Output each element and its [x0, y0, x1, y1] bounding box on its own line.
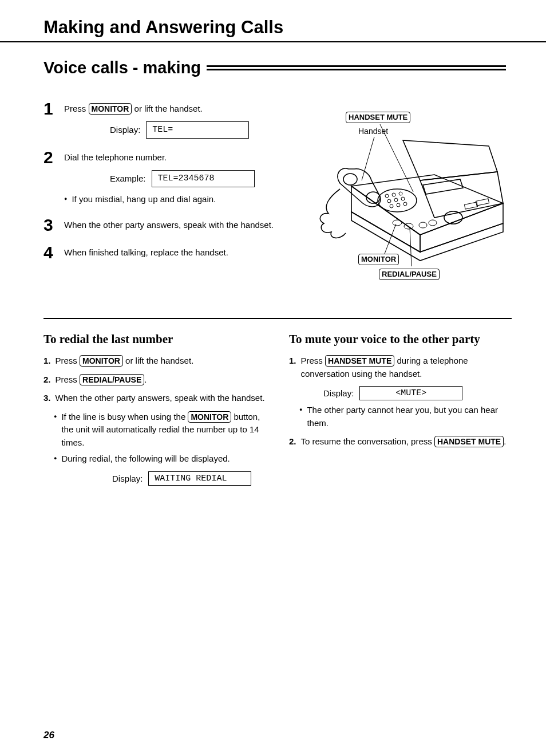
svg-point-13 [403, 202, 407, 206]
svg-point-14 [393, 220, 402, 226]
example-row: Example: TEL=2345678 [110, 170, 300, 188]
svg-point-2 [343, 174, 357, 185]
step-1: 1 Press MONITOR or lift the handset. Dis… [43, 100, 300, 139]
item-text: Press HANDSET MUTE during a telephone co… [301, 355, 512, 380]
text: Dial the telephone number. [64, 152, 167, 162]
svg-point-16 [419, 222, 427, 228]
display-row: Display: WAITING REDIAL [112, 471, 266, 486]
example-value: TEL=2345678 [152, 170, 255, 188]
redial-pause-button-label: REDIAL/PAUSE [80, 374, 144, 385]
display-value: <MUTE> [359, 386, 462, 400]
bullet-text: If the line is busy when using the MONIT… [61, 411, 266, 450]
list-item: 2. Press REDIAL/PAUSE. [43, 373, 266, 387]
handset-mute-label: HANDSET MUTE [346, 112, 410, 123]
page-title: Making and Answering Calls [43, 17, 512, 38]
fax-illustration: HANDSET MUTE Handset [317, 112, 506, 284]
svg-point-5 [385, 194, 389, 198]
section-rule [207, 65, 506, 70]
monitor-label: MONITOR [358, 254, 399, 265]
t: If the line is busy when using the [61, 412, 188, 422]
mute-section: To mute your voice to the other party 1.… [289, 332, 512, 486]
svg-point-9 [394, 198, 398, 202]
display-row: Display: TEL= [110, 121, 300, 139]
display-value: WAITING REDIAL [148, 471, 251, 486]
svg-line-21 [385, 224, 396, 254]
lower-columns: To redial the last number 1. Press MONIT… [43, 332, 512, 486]
bullet: If you misdial, hang up and dial again. [64, 193, 300, 206]
step-num: 4 [43, 244, 57, 261]
svg-point-12 [397, 203, 400, 207]
svg-point-8 [387, 199, 391, 203]
redial-section: To redial the last number 1. Press MONIT… [43, 332, 266, 486]
figure-column: HANDSET MUTE Handset [317, 100, 512, 284]
mute-title: To mute your voice to the other party [289, 332, 512, 346]
display-label: Display: [110, 124, 140, 137]
page-number: 26 [43, 730, 54, 741]
redial-pause-label: REDIAL/PAUSE [379, 269, 440, 280]
list-item: 3. When the other party answers, speak w… [43, 392, 266, 405]
display-label: Display: [112, 474, 143, 483]
item-text: Press MONITOR or lift the handset. [56, 355, 194, 368]
step-body: When the other party answers, speak with… [64, 216, 300, 234]
manual-page: Making and Answering Calls Voice calls -… [0, 0, 546, 756]
fax-svg [317, 112, 506, 284]
t: To resume the conversation, press [301, 436, 434, 446]
section-title-row: Voice calls - making [43, 58, 512, 77]
bullet-text: During redial, the following will be dis… [61, 452, 230, 466]
monitor-button-label: MONITOR [188, 411, 231, 423]
item-text: When the other party answers, speak with… [56, 392, 265, 405]
item-num: 2. [43, 373, 51, 387]
t: . [144, 375, 147, 384]
step-3: 3 When the other party answers, speak wi… [43, 216, 300, 234]
display-row: Display: <MUTE> [323, 386, 512, 400]
bullet-text: If you misdial, hang up and dial again. [72, 193, 216, 206]
item-text: Press REDIAL/PAUSE. [56, 373, 147, 387]
bullet: During redial, the following will be dis… [54, 452, 266, 466]
item-num: 2. [289, 435, 296, 448]
svg-point-10 [401, 197, 405, 200]
item-text: To resume the conversation, press HANDSE… [301, 435, 507, 448]
svg-rect-20 [476, 199, 489, 206]
step-body: When finished talking, replace the hands… [64, 244, 300, 261]
display-label: Display: [323, 388, 354, 398]
bullet: If the line is busy when using the MONIT… [54, 411, 266, 450]
step-body: Press MONITOR or lift the handset. Displ… [64, 100, 300, 139]
step-num: 1 [43, 100, 57, 139]
item-num: 1. [43, 355, 51, 368]
section-divider [43, 318, 512, 319]
list-item: 1. Press HANDSET MUTE during a telephone… [289, 355, 512, 380]
t: Press [301, 356, 326, 365]
list-item: 1. Press MONITOR or lift the handset. [43, 355, 266, 368]
svg-point-7 [399, 192, 402, 195]
handset-mute-button-label: HANDSET MUTE [434, 436, 504, 447]
item-num: 3. [43, 392, 51, 405]
redial-title: To redial the last number [43, 332, 266, 346]
callout-redial-pause: REDIAL/PAUSE [379, 269, 440, 280]
steps-column: 1 Press MONITOR or lift the handset. Dis… [43, 100, 300, 284]
step-4: 4 When finished talking, replace the han… [43, 244, 300, 261]
text: or lift the handset. [132, 104, 202, 113]
text: Press [64, 104, 89, 113]
display-value: TEL= [146, 121, 249, 139]
step-num: 3 [43, 216, 57, 234]
list-item: 2. To resume the conversation, press HAN… [289, 435, 512, 448]
t: or lift the handset. [123, 356, 193, 365]
callout-handset: Handset [358, 127, 388, 136]
t: Press [56, 356, 80, 365]
callout-handset-mute: HANDSET MUTE [346, 112, 410, 123]
handset-mute-button-label: HANDSET MUTE [325, 355, 394, 367]
t: Press [56, 375, 80, 384]
main-columns: 1 Press MONITOR or lift the handset. Dis… [43, 100, 512, 284]
title-rule [0, 41, 546, 42]
bullet-text: The other party cannot hear you, but you… [307, 404, 512, 430]
example-label: Example: [110, 172, 146, 186]
svg-point-4 [378, 189, 417, 212]
monitor-button-label: MONITOR [89, 103, 132, 115]
monitor-button-label: MONITOR [80, 355, 123, 367]
bullet: The other party cannot hear you, but you… [299, 404, 512, 430]
t: . [504, 436, 506, 446]
step-body: Dial the telephone number. Example: TEL=… [64, 149, 300, 206]
callout-monitor: MONITOR [358, 254, 399, 265]
svg-rect-19 [464, 202, 477, 209]
svg-point-11 [390, 204, 393, 208]
